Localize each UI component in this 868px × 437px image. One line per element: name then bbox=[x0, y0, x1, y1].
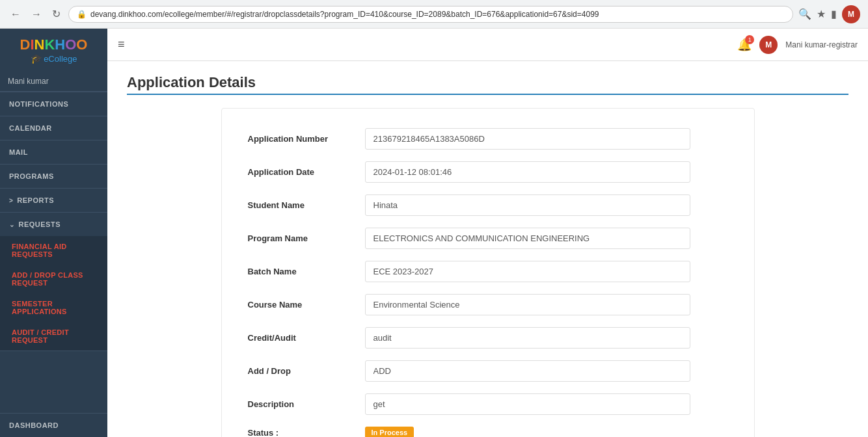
sidebar-item-dashboard[interactable]: Dashboard bbox=[0, 414, 107, 437]
browser-chrome: ← → ↻ 🔒 devang.dinkhoo.com/ecollege/memb… bbox=[0, 0, 868, 29]
sidebar-item-label: Dashboard bbox=[9, 421, 59, 429]
sidebar-item-label: MAIL bbox=[9, 148, 28, 156]
label-add-drop: Add / Drop bbox=[248, 366, 352, 376]
url-text: devang.dinkhoo.com/ecollege/member/#/reg… bbox=[90, 10, 599, 19]
input-add-drop[interactable] bbox=[365, 360, 690, 382]
input-student-name[interactable] bbox=[365, 194, 690, 216]
input-batch-name[interactable] bbox=[365, 261, 690, 282]
form-row-app-number: Application Number bbox=[248, 128, 728, 150]
logo-o1: O bbox=[65, 36, 76, 53]
logo-o2: O bbox=[76, 36, 87, 53]
back-button[interactable]: ← bbox=[8, 6, 23, 23]
input-app-number[interactable] bbox=[365, 128, 690, 150]
chevron-down-icon: ⌄ bbox=[9, 221, 15, 228]
top-bar-right: 🔔 1 M Mani kumar-registrar bbox=[737, 36, 858, 54]
form-row-description: Description bbox=[248, 393, 728, 415]
label-student-name: Student Name bbox=[248, 200, 352, 210]
label-course-name: Course Name bbox=[248, 300, 352, 310]
app-container: DINKHOO 🎓 eCollege Mani kumar NOTIFICATI… bbox=[0, 29, 868, 437]
top-bar-avatar[interactable]: M bbox=[759, 36, 778, 54]
reload-button[interactable]: ↻ bbox=[49, 5, 63, 23]
logo-h: H bbox=[55, 36, 65, 53]
sidebar: DINKHOO 🎓 eCollege Mani kumar NOTIFICATI… bbox=[0, 29, 107, 437]
notification-badge: 1 bbox=[745, 35, 754, 44]
main-content: Application Details Application Number A… bbox=[107, 61, 868, 437]
sidebar-item-calendar[interactable]: CALENDAR bbox=[0, 116, 107, 140]
label-program-name: Program Name bbox=[248, 233, 352, 243]
sidebar-item-reports[interactable]: > REPORTS bbox=[0, 189, 107, 212]
sidebar-username: Mani kumar bbox=[0, 72, 107, 92]
split-view-icon[interactable]: ▮ bbox=[831, 8, 837, 20]
sidebar-logo: DINKHOO 🎓 eCollege bbox=[0, 29, 107, 72]
label-batch-name: Batch Name bbox=[248, 267, 352, 276]
form-card: Application Number Application Date Stud… bbox=[221, 108, 755, 437]
label-description: Description bbox=[248, 399, 352, 409]
sidebar-item-mail[interactable]: MAIL bbox=[0, 140, 107, 164]
notification-bell[interactable]: 🔔 1 bbox=[737, 38, 752, 52]
hamburger-icon[interactable]: ≡ bbox=[118, 38, 125, 51]
user-avatar[interactable]: M bbox=[842, 5, 860, 23]
form-row-app-date: Application Date bbox=[248, 161, 728, 183]
input-program-name[interactable] bbox=[365, 228, 690, 249]
input-credit-audit[interactable] bbox=[365, 327, 690, 349]
sidebar-subitem-add-drop[interactable]: ADD / DROP CLASS REQUEST bbox=[0, 265, 107, 293]
sidebar-item-label: PROGRAMS bbox=[9, 172, 54, 180]
url-bar[interactable]: 🔒 devang.dinkhoo.com/ecollege/member/#/r… bbox=[68, 6, 793, 23]
label-status: Status : bbox=[248, 428, 352, 438]
input-description[interactable] bbox=[365, 393, 690, 415]
top-bar: ≡ 🔔 1 M Mani kumar-registrar bbox=[107, 29, 868, 61]
form-row-student-name: Student Name bbox=[248, 194, 728, 216]
search-icon[interactable]: 🔍 bbox=[798, 8, 811, 20]
logo-k: K bbox=[44, 36, 55, 53]
sidebar-item-requests[interactable]: ⌄ REQUESTS bbox=[0, 213, 107, 236]
top-bar-username: Mani kumar-registrar bbox=[785, 40, 858, 49]
form-row-course-name: Course Name bbox=[248, 294, 728, 315]
title-divider bbox=[127, 94, 848, 95]
sidebar-item-notifications[interactable]: NOTIFICATIONS bbox=[0, 92, 107, 116]
sidebar-subitems: FINANCIAL AID REQUESTS ADD / DROP CLASS … bbox=[0, 236, 107, 351]
chevron-right-icon: > bbox=[9, 197, 13, 204]
logo-dinkhoo: DINKHOO bbox=[20, 36, 88, 53]
label-app-number: Application Number bbox=[248, 134, 352, 144]
form-row-program-name: Program Name bbox=[248, 228, 728, 249]
form-row-status: Status : In Process bbox=[248, 427, 728, 437]
logo-ecollege: 🎓 eCollege bbox=[31, 53, 77, 64]
sidebar-subitem-financial-aid[interactable]: FINANCIAL AID REQUESTS bbox=[0, 236, 107, 265]
logo-d: D bbox=[20, 36, 31, 53]
sidebar-item-label: CALENDAR bbox=[9, 124, 52, 132]
form-row-credit-audit: Credit/Audit bbox=[248, 327, 728, 349]
sidebar-subitem-semester[interactable]: SEMESTER APPLICATIONS bbox=[0, 293, 107, 322]
sidebar-bottom: Dashboard bbox=[0, 413, 107, 437]
page-title: Application Details bbox=[127, 74, 848, 91]
sidebar-item-label: NOTIFICATIONS bbox=[9, 100, 68, 108]
status-badge: In Process bbox=[365, 427, 414, 437]
bookmark-icon[interactable]: ★ bbox=[817, 8, 826, 20]
form-row-add-drop: Add / Drop bbox=[248, 360, 728, 382]
logo-n: N bbox=[34, 36, 45, 53]
input-app-date[interactable] bbox=[365, 161, 690, 183]
input-course-name[interactable] bbox=[365, 294, 690, 315]
browser-actions: 🔍 ★ ▮ M bbox=[798, 5, 860, 23]
sidebar-item-programs[interactable]: PROGRAMS bbox=[0, 165, 107, 188]
sidebar-subitem-audit-credit[interactable]: AUDIT / CREDIT REQUEST bbox=[0, 322, 107, 351]
sidebar-item-label: REPORTS bbox=[17, 196, 54, 204]
label-credit-audit: Credit/Audit bbox=[248, 333, 352, 343]
label-app-date: Application Date bbox=[248, 167, 352, 177]
lock-icon: 🔒 bbox=[77, 10, 87, 19]
form-row-batch-name: Batch Name bbox=[248, 261, 728, 282]
forward-button[interactable]: → bbox=[29, 6, 44, 23]
sidebar-item-label: REQUESTS bbox=[19, 220, 61, 228]
